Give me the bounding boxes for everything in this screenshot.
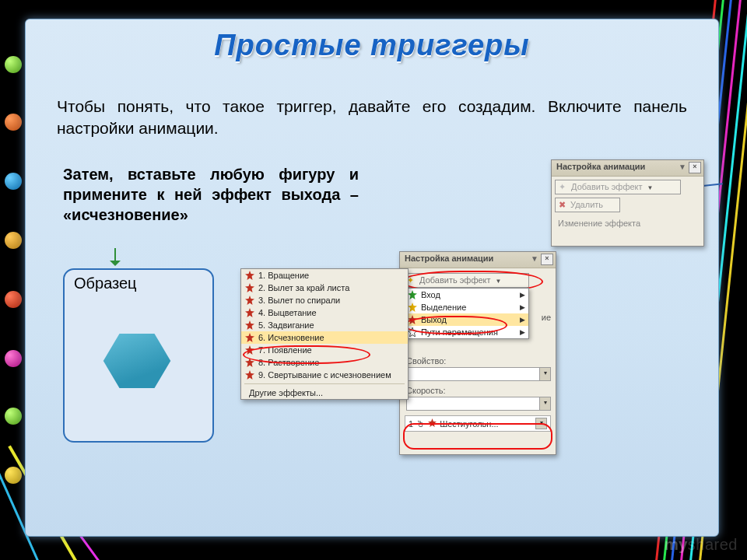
- effect-item-selected[interactable]: 6. Исчезновение: [241, 331, 408, 344]
- svg-marker-1: [408, 303, 417, 312]
- star-red-icon: [245, 320, 254, 330]
- pin-icon[interactable]: ▼: [679, 163, 686, 171]
- star-red-icon: [245, 370, 254, 380]
- effect-item[interactable]: 7. Появление: [241, 344, 408, 356]
- star-red-icon: [245, 333, 254, 342]
- svg-marker-6: [245, 283, 254, 292]
- star-green-icon: [408, 290, 417, 299]
- panel-titlebar: Настройка анимации ▼ ×: [400, 252, 556, 268]
- arrow-down-icon: [110, 248, 121, 268]
- dropdown-icon[interactable]: ▾: [535, 418, 547, 429]
- effect-item[interactable]: 2. Вылет за край листа: [241, 282, 408, 294]
- more-effects-item[interactable]: Другие эффекты...: [241, 387, 408, 399]
- effect-list-item[interactable]: 1 🖱 Шестиугольн... ▾: [405, 415, 551, 432]
- effect-item[interactable]: 1. Вращение: [241, 269, 408, 282]
- star-outline-icon: [408, 327, 417, 337]
- star-red-icon: [245, 308, 254, 317]
- star-red-icon: [408, 315, 417, 324]
- effect-name: Шестиугольн...: [440, 419, 498, 429]
- effect-item[interactable]: 9. Свертывание с исчезновением: [241, 369, 408, 381]
- property-combo[interactable]: ▾: [406, 367, 551, 381]
- close-icon[interactable]: ×: [541, 254, 553, 265]
- delete-button-disabled: ✖ Удалить: [555, 198, 620, 212]
- effect-item[interactable]: 8. Растворение: [241, 356, 408, 369]
- close-icon[interactable]: ×: [689, 162, 701, 173]
- svg-marker-8: [245, 308, 254, 317]
- star-red-icon: [245, 345, 254, 355]
- panel-title: Настройка анимации: [405, 254, 493, 263]
- panel-titlebar: Настройка анимации ▼ ×: [552, 160, 703, 177]
- slide-title: Простые триггеры: [26, 29, 718, 62]
- star-icon: ✦: [559, 182, 566, 191]
- speed-combo[interactable]: ▾: [406, 397, 551, 411]
- svg-marker-10: [245, 333, 254, 342]
- star-red-icon: [245, 358, 254, 367]
- svg-marker-7: [245, 296, 254, 305]
- add-effect-submenu: Вход▶ Выделение▶ Выход▶ Пути перемещения…: [403, 288, 529, 339]
- cutoff-text: ие: [542, 313, 551, 322]
- paragraph-1: Чтобы понять, что такое триггер, давайте…: [57, 96, 687, 140]
- star-red-icon: [245, 296, 254, 305]
- submenu-exit[interactable]: Выход▶: [404, 313, 528, 326]
- speed-label: Скорость:: [406, 386, 551, 395]
- star-red-icon: [428, 418, 437, 429]
- svg-marker-9: [245, 320, 254, 330]
- sample-box: Образец: [63, 268, 214, 443]
- pin-icon[interactable]: ▼: [531, 254, 538, 263]
- svg-marker-12: [245, 358, 254, 367]
- submenu-emphasis[interactable]: Выделение▶: [404, 301, 528, 313]
- add-effect-button[interactable]: ✦ Добавить эффект ▼: [403, 273, 529, 288]
- svg-marker-3: [408, 327, 417, 337]
- svg-marker-5: [245, 271, 254, 280]
- hexagon-shape: [102, 331, 172, 391]
- panel-title: Настройка анимации: [556, 162, 645, 171]
- star-yellow-icon: [408, 303, 417, 312]
- effect-index: 1: [409, 419, 413, 429]
- change-effect-hint: Изменение эффекта: [558, 219, 699, 228]
- sample-label: Образец: [74, 275, 137, 292]
- paragraph-2: Затем, вставьте любую фигуру и примените…: [63, 164, 359, 225]
- effect-item[interactable]: 4. Выцветание: [241, 306, 408, 319]
- svg-marker-0: [408, 290, 417, 299]
- star-red-icon: [245, 283, 254, 292]
- svg-marker-11: [245, 345, 254, 355]
- animation-panel-small: Настройка анимации ▼ × ✦ Добавить эффект…: [551, 159, 704, 247]
- submenu-enter[interactable]: Вход▶: [404, 289, 528, 301]
- svg-marker-2: [408, 315, 417, 324]
- animation-panel-main: Настройка анимации ▼ × ✦ Добавить эффект…: [399, 251, 556, 455]
- slide-body: Простые триггеры Чтобы понять, что такое…: [25, 19, 719, 537]
- svg-marker-4: [428, 418, 437, 427]
- star-red-icon: [245, 271, 254, 280]
- submenu-motion[interactable]: Пути перемещения▶: [404, 326, 528, 338]
- menu-separator: [244, 383, 405, 384]
- watermark: myshared: [665, 536, 738, 554]
- property-label: Свойство:: [406, 356, 551, 366]
- delete-icon: ✖: [559, 200, 566, 209]
- exit-effects-menu: 1. Вращение 2. Вылет за край листа 3. Вы…: [240, 268, 409, 400]
- add-effect-button-disabled: ✦ Добавить эффект ▼: [555, 180, 681, 194]
- mouse-icon: 🖱: [416, 419, 425, 429]
- svg-marker-13: [245, 370, 254, 380]
- effect-item[interactable]: 5. Задвигание: [241, 319, 408, 331]
- effect-item[interactable]: 3. Вылет по спирали: [241, 294, 408, 306]
